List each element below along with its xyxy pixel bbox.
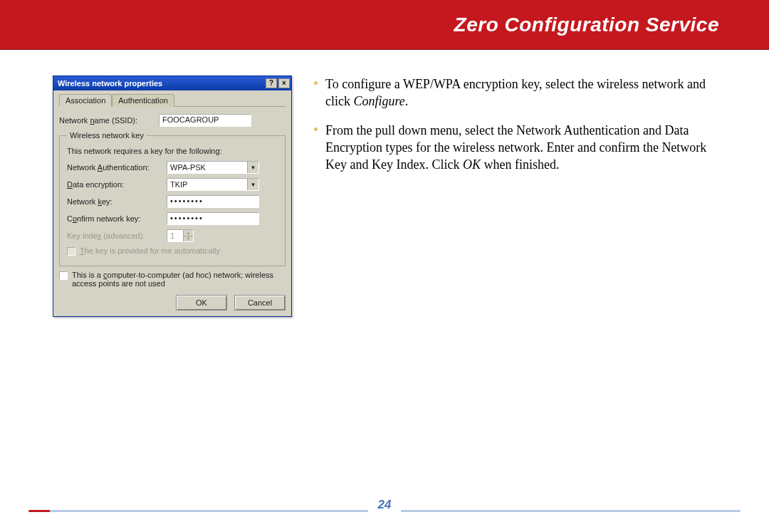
- help-button[interactable]: ?: [266, 78, 277, 88]
- confirm-key-input[interactable]: ••••••••: [167, 212, 259, 225]
- encryption-label: Data encryption:: [67, 180, 159, 189]
- instruction-item: From the pull down menu, select the Netw…: [313, 122, 726, 174]
- encryption-row: Data encryption: TKIP ▼: [67, 178, 278, 191]
- auth-label: Network Authentication:: [67, 163, 159, 172]
- key-index-row: Key index (advanced): 1 ▲▼: [67, 229, 278, 242]
- page-title: Zero Configuration Service: [454, 14, 719, 36]
- wireless-key-hint: This network requires a key for the foll…: [67, 147, 278, 155]
- adhoc-row: This is a computer-to-computer (ad hoc) …: [59, 271, 286, 288]
- ssid-row: Network name (SSID): FOOCAGROUP: [59, 114, 286, 127]
- adhoc-checkbox[interactable]: [59, 271, 68, 280]
- content-area: Wireless network properties ? × Associat…: [0, 50, 769, 317]
- footer-band: 24: [0, 494, 769, 512]
- confirm-key-label: Confirm network key:: [67, 214, 159, 223]
- ssid-input[interactable]: FOOCAGROUP: [159, 114, 251, 127]
- auth-select-value: WPA-PSK: [170, 163, 206, 172]
- spinner-arrows: ▲▼: [183, 230, 193, 241]
- dialog-body: Association Authentication Network name …: [53, 90, 291, 316]
- auth-select[interactable]: WPA-PSK ▼: [167, 161, 259, 174]
- adhoc-label: This is a computer-to-computer (ad hoc) …: [72, 271, 286, 288]
- dialog-tabs: Association Authentication: [59, 93, 286, 107]
- network-key-row: Network key: ••••••••: [67, 195, 278, 208]
- dialog-title: Wireless network properties: [58, 79, 264, 88]
- tab-authentication[interactable]: Authentication: [112, 94, 174, 107]
- ok-button[interactable]: OK: [176, 295, 227, 311]
- ssid-label: Network name (SSID):: [59, 116, 152, 125]
- page-number: 24: [368, 498, 402, 512]
- network-key-input[interactable]: ••••••••: [167, 195, 259, 208]
- cancel-button[interactable]: Cancel: [234, 295, 286, 311]
- confirm-key-row: Confirm network key: ••••••••: [67, 212, 278, 225]
- chevron-down-icon: ▼: [247, 179, 258, 190]
- auth-row: Network Authentication: WPA-PSK ▼: [67, 161, 278, 174]
- dialog-buttons: OK Cancel: [59, 295, 286, 311]
- dialog-titlebar: Wireless network properties ? ×: [53, 76, 291, 90]
- key-index-label: Key index (advanced):: [67, 231, 159, 240]
- key-index-value: 1: [170, 231, 174, 240]
- wireless-key-legend: Wireless network key: [67, 131, 147, 140]
- chevron-down-icon: ▼: [247, 162, 258, 173]
- network-key-label: Network key:: [67, 197, 159, 206]
- instruction-item: To configure a WEP/WPA encryption key, s…: [313, 75, 726, 110]
- header-band: Zero Configuration Service: [0, 0, 769, 50]
- auto-key-row: The key is provided for me automatically: [67, 246, 278, 256]
- wireless-key-group: Wireless network key This network requir…: [59, 131, 286, 266]
- encryption-select[interactable]: TKIP ▼: [167, 178, 259, 191]
- tab-association[interactable]: Association: [59, 94, 112, 107]
- key-index-spinner: 1 ▲▼: [167, 229, 194, 242]
- instructions: To configure a WEP/WPA encryption key, s…: [313, 75, 726, 184]
- wireless-properties-dialog: Wireless network properties ? × Associat…: [53, 75, 292, 317]
- encryption-select-value: TKIP: [170, 180, 187, 189]
- close-button[interactable]: ×: [278, 78, 290, 88]
- auto-key-checkbox: [67, 247, 75, 256]
- auto-key-label: The key is provided for me automatically: [80, 246, 220, 255]
